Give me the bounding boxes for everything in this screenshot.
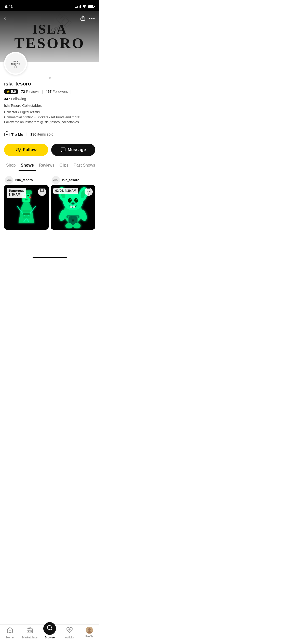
svg-point-44 (71, 202, 74, 204)
share-button[interactable] (80, 15, 85, 22)
show-card-header: ISLA TESORO isla_tesoro (51, 174, 95, 185)
banner-decoration (38, 12, 79, 44)
tab-reviews-label: Reviews (39, 163, 54, 167)
rating-value: 5.0 (11, 90, 16, 94)
tab-shop-label: Shop (6, 163, 16, 167)
tab-past-shows[interactable]: Past Shows (72, 160, 97, 171)
show-bookmark-button[interactable]: 1 (85, 188, 93, 196)
items-sold: 130 items sold (30, 132, 53, 136)
battery-icon (88, 5, 94, 8)
svg-line-6 (55, 26, 59, 30)
show-seller-avatar: ISLA TESORO (5, 176, 13, 184)
svg-marker-11 (14, 65, 17, 68)
message-button[interactable]: Message (51, 144, 95, 156)
svg-rect-45 (70, 206, 72, 208)
svg-point-4 (51, 30, 53, 33)
svg-rect-23 (29, 197, 31, 198)
show-card-header: ISLA TESORO isla_tesoro (4, 174, 49, 185)
svg-text:ISLA: ISLA (8, 179, 10, 180)
signal-icon (75, 5, 81, 8)
following-stat: 347 Following (4, 97, 26, 101)
svg-point-40 (68, 198, 72, 203)
show-seller-name: isla_tesoro (15, 178, 33, 182)
scroll-indicator (49, 77, 51, 79)
svg-point-13 (6, 134, 7, 135)
svg-rect-25 (28, 195, 29, 196)
profile-bio: Collector / Digital artistry Commercial … (4, 110, 95, 125)
tab-shop[interactable]: Shop (4, 160, 18, 171)
tab-reviews[interactable]: Reviews (37, 160, 56, 171)
message-button-label: Message (68, 147, 86, 152)
more-options-button[interactable]: ••• (89, 16, 95, 21)
svg-point-41 (74, 198, 78, 203)
show-image[interactable]: Tomorrow,1:30 AM 1 (4, 185, 49, 230)
rating-badge: ★ 5.0 (4, 89, 18, 94)
home-indicator (33, 257, 67, 258)
svg-rect-29 (23, 210, 30, 212)
svg-text:ISLA: ISLA (13, 61, 18, 62)
profile-stats: ★ 5.0 72 Reviews | 457 Followers | 347 F… (4, 89, 95, 101)
svg-point-57 (73, 223, 81, 228)
star-icon: ★ (7, 90, 10, 94)
svg-rect-46 (73, 206, 75, 208)
tip-section: Tip Me | 130 items sold (0, 129, 99, 140)
wifi-icon (82, 5, 86, 8)
tip-me-label: Tip Me (11, 132, 23, 137)
action-buttons: Follow Message (0, 144, 99, 160)
show-card: ISLA TESORO isla_tesoro (4, 174, 49, 230)
status-time: 9:41 (5, 4, 13, 9)
divider1: | (42, 89, 43, 94)
status-icons (75, 5, 94, 8)
svg-point-56 (65, 223, 73, 228)
show-seller-avatar: ISLA TESORO (52, 176, 60, 184)
follow-button-label: Follow (23, 147, 37, 152)
tab-clips[interactable]: Clips (57, 160, 71, 171)
avatar-inner: ISLA TESORO (5, 53, 26, 74)
followers-stat: 457 Followers (46, 90, 68, 94)
tip-icon (4, 131, 10, 138)
shop-name: Isla Tesoro Collectables (4, 104, 95, 108)
profile-tabs: Shop Shows Reviews Clips Past Shows (0, 160, 99, 171)
show-time-badge: Tomorrow,1:30 AM (7, 188, 26, 198)
svg-point-14 (17, 148, 19, 150)
svg-text:TESORO: TESORO (53, 180, 58, 181)
show-image[interactable]: 03/04, 4:30 AM 1 (51, 185, 95, 230)
status-bar: 9:41 (0, 0, 99, 11)
tab-shows[interactable]: Shows (19, 160, 36, 171)
shows-grid: ISLA TESORO isla_tesoro (0, 171, 99, 232)
svg-point-43 (76, 199, 77, 200)
svg-point-42 (70, 199, 71, 200)
divider2: | (70, 89, 71, 94)
tab-shows-label: Shows (21, 163, 34, 167)
show-card: ISLA TESORO isla_tesoro (51, 174, 95, 230)
follow-button[interactable]: Follow (4, 144, 48, 156)
svg-text:TESORO: TESORO (7, 180, 12, 181)
show-bookmark-button[interactable]: 1 (38, 188, 46, 196)
svg-rect-31 (23, 216, 30, 218)
svg-rect-30 (23, 213, 30, 215)
home-indicator-bar (0, 255, 99, 260)
show-bookmark-count: 1 (41, 193, 43, 196)
avatar-section: ISLA TESORO (0, 52, 99, 75)
avatar: ISLA TESORO (4, 52, 27, 75)
items-sold-label: items sold (37, 132, 53, 136)
svg-line-7 (57, 27, 61, 30)
show-time-badge: 03/04, 4:30 AM (53, 188, 78, 194)
svg-text:ISLA: ISLA (54, 179, 57, 180)
show-bookmark-count: 1 (88, 193, 89, 196)
profile-username: isla_tesoro (4, 81, 95, 87)
svg-text:TESORO: TESORO (11, 63, 20, 65)
tip-divider: | (26, 132, 27, 137)
svg-point-49 (72, 219, 74, 221)
reviews-stat: 72 Reviews (21, 90, 39, 94)
back-button[interactable]: ‹ (4, 15, 6, 22)
banner-actions: ••• (80, 15, 95, 22)
tip-me-button[interactable]: Tip Me (4, 131, 23, 138)
tab-clips-label: Clips (59, 163, 69, 167)
tab-past-shows-label: Past Shows (74, 163, 95, 167)
show-seller-name: isla_tesoro (62, 178, 79, 182)
profile-info: isla_tesoro ★ 5.0 72 Reviews | 457 Follo… (0, 80, 99, 125)
svg-rect-26 (25, 199, 28, 200)
